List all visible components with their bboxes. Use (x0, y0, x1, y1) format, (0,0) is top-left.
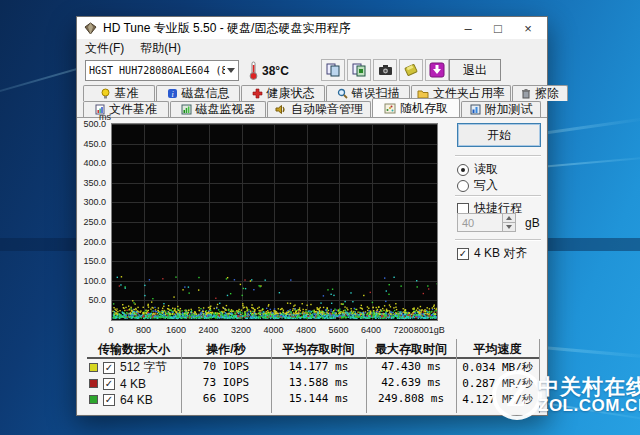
start-button[interactable]: 开始 (457, 123, 541, 147)
checkbox-checked-icon[interactable]: ✓ (103, 362, 115, 374)
thermometer-icon (249, 61, 258, 80)
col-header-iops: 操作/秒 (181, 341, 271, 356)
y-axis-ticks: 500.0450.0400.0350.0300.0250.0200.0150.0… (77, 123, 108, 321)
scatter-canvas (112, 124, 437, 320)
latency-scatter-plot (111, 123, 438, 321)
drive-select-dropdown[interactable]: HGST HUH728080ALE604 (8001 gB) (85, 60, 239, 81)
tab-erase[interactable]: 擦除 (512, 85, 568, 101)
tab-label: 附加测试 (485, 101, 533, 118)
x-tick-label: 4800 (296, 325, 316, 335)
screenshot-camera-button[interactable] (373, 59, 397, 81)
exit-button[interactable]: 退出 (449, 59, 501, 81)
maximize-button[interactable]: □ (483, 17, 513, 39)
minimize-button[interactable]: – (453, 17, 483, 39)
stepper-up-icon[interactable] (503, 214, 515, 222)
cell-avg: 13.588 ms (271, 376, 366, 391)
tab-label: 磁盘信息 (182, 85, 230, 102)
y-tick-label: 100.0 (83, 276, 106, 286)
radio-icon (457, 164, 469, 176)
checkbox-checked-icon[interactable]: ✓ (103, 394, 115, 406)
watermark-line1: 中关村在线 (538, 376, 640, 397)
menu-bar: 文件(F) 帮助(H) (77, 39, 547, 56)
table-row: ✓ 4 KB (89, 376, 146, 391)
short-stroke-size-input[interactable]: 40 (457, 213, 503, 232)
hdtune-window: HD Tune 专业版 5.50 - 硬盘/固态硬盘实用程序 – □ × 文件(… (76, 16, 548, 416)
y-tick-label: 200.0 (83, 237, 106, 247)
close-button[interactable]: × (513, 17, 543, 39)
radio-icon (457, 180, 469, 192)
panel-divider (455, 239, 541, 241)
cell-iops: 73 IOPS (181, 376, 271, 391)
copy-image-button[interactable] (347, 59, 371, 81)
series-swatch (89, 363, 98, 372)
align-4kb-checkbox[interactable]: ✓ 4 KB 对齐 (457, 245, 527, 262)
tab-file-benchmark[interactable]: 文件基准 (83, 101, 169, 117)
col-header-speed: 平均速度 (456, 341, 539, 356)
table-row: ✓ 64 KB (89, 392, 153, 407)
extra-chart-icon (470, 104, 481, 115)
title-bar[interactable]: HD Tune 专业版 5.50 - 硬盘/固态硬盘实用程序 – □ × (77, 17, 547, 39)
update-download-button[interactable] (425, 59, 449, 81)
y-tick-label: 450.0 (83, 139, 106, 149)
tab-row-1: 基准 i 磁盘信息 健康状态 错误扫描 文件夹占用率 擦除 (83, 85, 569, 101)
tab-disk-monitor[interactable]: 磁盘监视器 (170, 101, 266, 117)
x-tick-label: 8001gB (414, 325, 445, 335)
y-tick-label: 400.0 (83, 158, 106, 168)
tab-benchmark[interactable]: 基准 (83, 85, 155, 101)
read-radio[interactable]: 读取 (457, 161, 498, 178)
zol-logo-icon: Z (492, 370, 542, 420)
tab-aam[interactable]: 自动噪音管理 (267, 101, 371, 117)
tab-health[interactable]: 健康状态 (241, 85, 325, 101)
col-header-avg: 平均存取时间 (271, 341, 366, 356)
stepper-down-icon[interactable] (503, 222, 515, 231)
cell-avg: 14.177 ms (271, 360, 366, 375)
write-radio[interactable]: 写入 (457, 177, 498, 194)
tab-label: 文件基准 (109, 101, 157, 118)
y-tick-label: 500.0 (83, 119, 106, 129)
x-tick-label: 1600 (166, 325, 186, 335)
monitor-bars-icon (181, 104, 192, 115)
tab-label: 自动噪音管理 (291, 101, 363, 118)
info-icon: i (167, 88, 178, 99)
copy-text-button[interactable] (321, 59, 345, 81)
magnifier-icon (337, 88, 348, 99)
svg-text:i: i (171, 90, 173, 99)
col-header-max: 最大存取时间 (366, 341, 456, 356)
series-swatch (89, 379, 98, 388)
align-4kb-label: 4 KB 对齐 (474, 245, 527, 262)
read-radio-label: 读取 (474, 161, 498, 178)
panel-divider (455, 155, 541, 157)
lamp-icon (100, 88, 111, 99)
speaker-icon (275, 104, 287, 115)
checkbox-checked-icon: ✓ (457, 248, 469, 260)
checkbox-checked-icon[interactable]: ✓ (103, 378, 115, 390)
y-tick-label: 150.0 (83, 256, 106, 266)
panel-divider (455, 195, 541, 197)
health-cross-icon (252, 88, 263, 99)
x-tick-label: 6400 (361, 325, 381, 335)
toolbar: HGST HUH728080ALE604 (8001 gB) 38°C (77, 56, 547, 85)
save-button[interactable] (399, 59, 423, 81)
y-tick-label: 50.0 (88, 295, 106, 305)
temperature-value: 38°C (262, 64, 289, 78)
tab-label: 健康状态 (267, 85, 315, 102)
menu-file[interactable]: 文件(F) (77, 39, 132, 56)
tab-label: 随机存取 (400, 100, 448, 117)
app-icon (84, 22, 97, 35)
chevron-down-icon (227, 68, 235, 73)
menu-help[interactable]: 帮助(H) (132, 39, 189, 56)
tab-extra-tests[interactable]: 附加测试 (461, 101, 541, 117)
cell-iops: 70 IOPS (181, 360, 271, 375)
scatter-icon (384, 103, 396, 114)
tab-disk-info[interactable]: i 磁盘信息 (156, 85, 240, 101)
tab-random-access[interactable]: 随机存取 (372, 98, 460, 117)
trash-icon (521, 88, 531, 99)
cell-avg: 15.144 ms (271, 392, 366, 407)
col-header-size: 传输数据大小 (87, 341, 181, 356)
cell-max: 249.808 ms (366, 392, 456, 407)
watermark-line2: ZOL.COM.CN (538, 397, 640, 414)
stepper-control[interactable] (503, 213, 516, 232)
table-row: ✓ 512 字节 (89, 360, 167, 375)
x-tick-label: 3200 (231, 325, 251, 335)
series-swatch (89, 395, 98, 404)
